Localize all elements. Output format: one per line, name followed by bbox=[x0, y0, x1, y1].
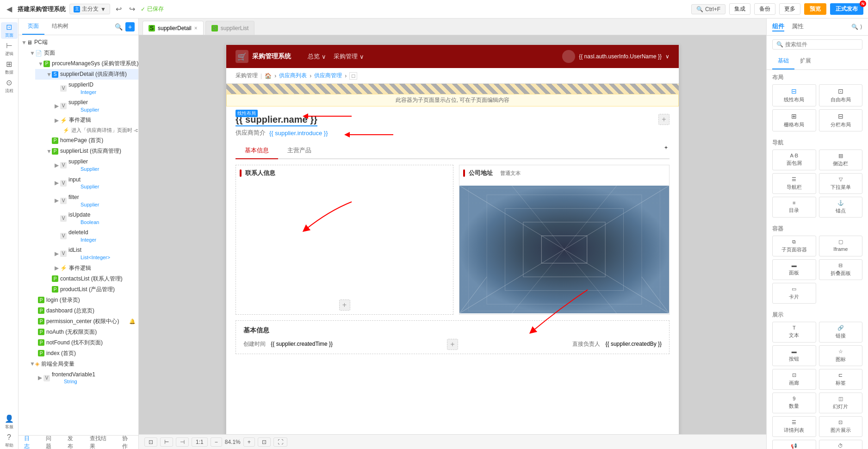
bottom-tab-publish[interactable]: 发布 bbox=[66, 435, 80, 449]
rp-tab-props[interactable]: 属性 bbox=[792, 22, 804, 31]
rp-item-icon-comp[interactable]: ☆ 图标 bbox=[819, 345, 863, 366]
content-tab-products[interactable]: 主营产品 bbox=[278, 143, 321, 158]
nav-item-purchase[interactable]: 采购管理 ∨ bbox=[334, 52, 364, 61]
rp-item-subpage[interactable]: ⧉ 子页面容器 bbox=[772, 236, 816, 256]
distribute-btn[interactable]: ⊣ bbox=[176, 437, 189, 447]
tab-supplierList[interactable]: S supplierList bbox=[205, 21, 255, 35]
tab-page[interactable]: 页面 bbox=[22, 19, 44, 35]
contact-add-btn[interactable]: + bbox=[339, 299, 350, 311]
rp-search-input[interactable] bbox=[785, 41, 858, 48]
tree-item-supplier-var[interactable]: ▶ V supplierSupplier bbox=[41, 97, 138, 115]
tree-item-supplierID[interactable]: ▶ V supplierIDInteger bbox=[41, 80, 138, 97]
add-btn-title[interactable]: + bbox=[658, 114, 670, 125]
basic-add-btn[interactable]: + bbox=[447, 339, 458, 350]
tree-item-event-entry[interactable]: ▶ ⚡ 进入「供应商详情」页面时 -cre bbox=[41, 125, 138, 135]
back-button[interactable]: ◀ bbox=[5, 4, 14, 14]
more-button[interactable]: 更多 bbox=[779, 3, 800, 15]
canvas-area[interactable]: 🛒 采购管理系统 总览 ∨ 采购管理 ∨ bbox=[139, 35, 766, 449]
tree-item-noAuth[interactable]: ▶ P noAuth (无权限页面) bbox=[24, 327, 138, 337]
tree-item-event2[interactable]: ▶ ⚡ 事件逻辑 bbox=[41, 263, 138, 274]
tree-item-login[interactable]: ▶ P login (登录页) bbox=[24, 295, 138, 306]
tree-item-event1[interactable]: ▶ ⚡ 事件逻辑 bbox=[41, 115, 138, 125]
zoom-out-btn[interactable]: − bbox=[211, 437, 222, 447]
backup-button[interactable]: 备份 bbox=[754, 3, 775, 15]
copy-btn[interactable]: ⊡ bbox=[144, 437, 157, 447]
ratio-btn[interactable]: 1:1 bbox=[192, 437, 208, 447]
sidebar-icon-page[interactable]: ⊡ 页面 bbox=[1, 22, 18, 39]
rp-item-tag[interactable]: ⊏ 标签 bbox=[819, 369, 863, 390]
tabs-add-btn[interactable]: + bbox=[663, 143, 670, 158]
rp-search-icon[interactable]: 🔍 bbox=[851, 24, 858, 30]
rp-item-free[interactable]: ⊡ 自由布局 bbox=[819, 84, 863, 106]
bottom-tab-search[interactable]: 查找结果 bbox=[88, 435, 113, 449]
undo-button[interactable]: ↩ bbox=[114, 4, 124, 14]
align-btn[interactable]: ⊢ bbox=[160, 437, 173, 447]
rp-item-iframe[interactable]: ▢ Iframe bbox=[819, 236, 863, 256]
rp-item-grid[interactable]: ⊞ 栅格布局 bbox=[772, 109, 816, 131]
sidebar-icon-help[interactable]: ? 帮助 bbox=[1, 432, 18, 449]
rp-item-dropdown[interactable]: ▽ 下拉菜单 bbox=[819, 173, 863, 194]
rp-item-split[interactable]: ⊟ 分栏布局 bbox=[819, 109, 863, 131]
add-page-button[interactable]: + bbox=[125, 22, 135, 31]
redo-button[interactable]: ↪ bbox=[127, 4, 137, 14]
tree-item-pages[interactable]: ▼ 📄 页面 bbox=[24, 48, 138, 58]
rp-item-detail-list[interactable]: ☰ 详情列表 bbox=[772, 416, 816, 437]
rp-item-linear[interactable]: ⊟ 线性布局 bbox=[772, 84, 816, 106]
rp-item-breadcrumb[interactable]: A·B 面包屑 bbox=[772, 150, 816, 170]
tab-supplierDetail[interactable]: S supplierDetail × bbox=[143, 21, 204, 35]
tab-structure[interactable]: 结构树 bbox=[46, 19, 74, 35]
tree-item-productList[interactable]: ▶ P productList (产品管理) bbox=[35, 284, 138, 295]
publish-button[interactable]: 正式发布 N bbox=[830, 3, 863, 15]
tree-item-isUpdate[interactable]: ▶ V isUpdateBoolean bbox=[41, 210, 138, 227]
sidebar-icon-customer[interactable]: 👤 客服 bbox=[1, 414, 18, 430]
rp-advanced-tab[interactable]: 扩展 bbox=[794, 53, 817, 69]
tree-item-index[interactable]: ▶ P index (首页) bbox=[24, 348, 138, 359]
fullscreen-btn[interactable]: ⛶ bbox=[273, 437, 287, 447]
rp-tab-components[interactable]: 组件 bbox=[772, 22, 784, 31]
rp-item-timer[interactable]: ⏱ 计时器 bbox=[819, 440, 863, 449]
rp-basic-tab[interactable]: 基础 bbox=[772, 53, 794, 69]
tree-item-permission[interactable]: ▶ P permission_center (权限中心) 🔔 bbox=[24, 316, 138, 327]
tree-item-supplierList[interactable]: ▼ P supplierList (供应商管理) bbox=[35, 146, 138, 156]
rp-item-panel[interactable]: ▬ 面板 bbox=[772, 259, 816, 280]
tree-item-homePage[interactable]: ▶ P homePage (首页) bbox=[35, 135, 138, 146]
tree-item-deleteId[interactable]: ▶ V deleteIdInteger bbox=[41, 227, 138, 245]
rp-item-card[interactable]: ▭ 卡片 bbox=[772, 283, 816, 304]
tree-item-dashboard[interactable]: ▶ P dashboard (总览页) bbox=[24, 306, 138, 316]
tree-item-variables[interactable]: ▼ ◈ 前端全局变量 bbox=[24, 359, 138, 369]
sidebar-icon-data[interactable]: ⊞ 数据 bbox=[1, 59, 18, 76]
rp-item-anchor[interactable]: ⚓ 锚点 bbox=[819, 197, 863, 218]
tree-item-pc[interactable]: ▼ 🖥 PC端 bbox=[19, 37, 138, 48]
branch-selector[interactable]: 主 主分支 ▼ bbox=[69, 4, 110, 14]
integrate-button[interactable]: 集成 bbox=[729, 3, 750, 15]
tree-item-contactsList[interactable]: ▶ P contactsList (联系人管理) bbox=[35, 274, 138, 284]
search-tree-button[interactable]: 🔍 bbox=[114, 22, 124, 31]
tree-item-filter[interactable]: ▶ V filterSupplier bbox=[41, 192, 138, 210]
rp-item-gallery[interactable]: ⊡ 画廊 bbox=[772, 369, 816, 390]
rp-item-badge[interactable]: 9 数量 bbox=[772, 393, 816, 413]
rp-item-button[interactable]: ▬ 按钮 bbox=[772, 345, 816, 366]
tree-item-notFound[interactable]: ▶ P notFound (找不到页面) bbox=[24, 337, 138, 348]
nav-item-overview[interactable]: 总览 ∨ bbox=[308, 52, 326, 61]
sidebar-icon-logic[interactable]: ⊢ 逻辑 bbox=[1, 41, 18, 57]
tab-close-supplierDetail[interactable]: × bbox=[194, 25, 198, 31]
tree-item-s2[interactable]: ▶ V supplierSupplier bbox=[41, 156, 138, 174]
rp-item-navbar[interactable]: ☰ 导航栏 bbox=[772, 173, 816, 194]
tree-item-procureManageSys[interactable]: ▼ P procureManageSys (采购管理系统) bbox=[30, 58, 138, 69]
bottom-tab-issue[interactable]: 问题 bbox=[44, 435, 58, 449]
tree-item-input[interactable]: ▶ V inputSupplier bbox=[41, 175, 138, 192]
tree-item-idList[interactable]: ▶ V idListList<Integer> bbox=[41, 245, 138, 262]
rp-collapse-icon[interactable]: ⟩ bbox=[860, 24, 862, 30]
rp-item-text[interactable]: T 文本 bbox=[772, 322, 816, 343]
fit-screen-btn[interactable]: ⊡ bbox=[258, 437, 271, 447]
tree-item-frontendVar1[interactable]: ▶ V frontendVariable1String bbox=[30, 369, 138, 387]
rp-search-box[interactable]: 🔍 bbox=[772, 39, 862, 50]
sidebar-icon-flow[interactable]: ⊙ 流程 bbox=[1, 78, 18, 94]
search-bar[interactable]: 🔍 Ctrl+F bbox=[691, 4, 725, 14]
preview-button[interactable]: 预览 bbox=[804, 3, 826, 15]
rp-item-notice[interactable]: 📢 公告 bbox=[772, 440, 816, 449]
rp-item-link[interactable]: 🔗 链接 bbox=[819, 322, 863, 343]
content-tab-basic[interactable]: 基本信息 bbox=[236, 143, 278, 159]
rp-item-slide[interactable]: ◫ 幻灯片 bbox=[819, 393, 863, 413]
rp-item-toc[interactable]: ≡ 目录 bbox=[772, 197, 816, 218]
